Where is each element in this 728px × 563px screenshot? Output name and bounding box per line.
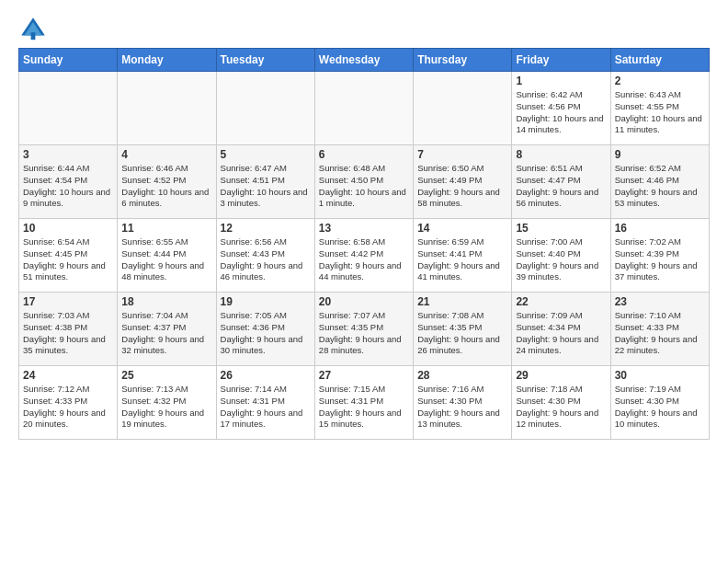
weekday-wednesday: Wednesday (314, 49, 413, 72)
calendar-cell: 12Sunrise: 6:56 AM Sunset: 4:43 PM Dayli… (216, 219, 314, 293)
day-number: 30 (615, 369, 705, 382)
day-info: Sunrise: 7:09 AM Sunset: 4:34 PM Dayligh… (516, 310, 606, 357)
week-row-5: 24Sunrise: 7:12 AM Sunset: 4:33 PM Dayli… (19, 366, 710, 440)
logo (18, 15, 51, 44)
weekday-saturday: Saturday (610, 49, 709, 72)
day-number: 15 (516, 222, 606, 235)
day-info: Sunrise: 6:43 AM Sunset: 4:55 PM Dayligh… (615, 89, 705, 136)
weekday-monday: Monday (118, 49, 216, 72)
day-info: Sunrise: 7:07 AM Sunset: 4:35 PM Dayligh… (319, 310, 409, 357)
day-number: 6 (319, 148, 409, 161)
day-number: 28 (417, 369, 507, 382)
day-info: Sunrise: 6:54 AM Sunset: 4:45 PM Dayligh… (23, 236, 113, 283)
day-number: 25 (121, 369, 211, 382)
page: SundayMondayTuesdayWednesdayThursdayFrid… (0, 0, 728, 449)
day-number: 17 (23, 295, 113, 308)
day-info: Sunrise: 7:05 AM Sunset: 4:36 PM Dayligh… (221, 310, 311, 357)
day-number: 13 (319, 222, 409, 235)
calendar-cell: 16Sunrise: 7:02 AM Sunset: 4:39 PM Dayli… (610, 219, 709, 293)
day-info: Sunrise: 6:48 AM Sunset: 4:50 PM Dayligh… (319, 163, 409, 210)
day-info: Sunrise: 7:10 AM Sunset: 4:33 PM Dayligh… (615, 310, 705, 357)
day-number: 10 (23, 222, 113, 235)
calendar-cell: 28Sunrise: 7:16 AM Sunset: 4:30 PM Dayli… (414, 366, 512, 440)
day-info: Sunrise: 6:59 AM Sunset: 4:41 PM Dayligh… (417, 236, 507, 283)
day-info: Sunrise: 7:14 AM Sunset: 4:31 PM Dayligh… (221, 384, 311, 431)
day-number: 19 (221, 295, 311, 308)
weekday-sunday: Sunday (19, 49, 118, 72)
week-row-4: 17Sunrise: 7:03 AM Sunset: 4:38 PM Dayli… (19, 293, 710, 366)
weekday-thursday: Thursday (414, 49, 512, 72)
calendar-cell: 9Sunrise: 6:52 AM Sunset: 4:46 PM Daylig… (610, 145, 709, 219)
header (18, 15, 710, 44)
day-number: 27 (319, 369, 409, 382)
calendar-cell: 3Sunrise: 6:44 AM Sunset: 4:54 PM Daylig… (19, 145, 118, 219)
week-row-2: 3Sunrise: 6:44 AM Sunset: 4:54 PM Daylig… (19, 145, 710, 219)
weekday-tuesday: Tuesday (216, 49, 314, 72)
calendar-cell: 11Sunrise: 6:55 AM Sunset: 4:44 PM Dayli… (118, 219, 216, 293)
day-info: Sunrise: 7:19 AM Sunset: 4:30 PM Dayligh… (615, 384, 705, 431)
day-info: Sunrise: 7:12 AM Sunset: 4:33 PM Dayligh… (23, 384, 113, 431)
day-info: Sunrise: 6:58 AM Sunset: 4:42 PM Dayligh… (319, 236, 409, 283)
week-row-3: 10Sunrise: 6:54 AM Sunset: 4:45 PM Dayli… (19, 219, 710, 293)
day-number: 23 (615, 295, 705, 308)
calendar-cell: 20Sunrise: 7:07 AM Sunset: 4:35 PM Dayli… (314, 293, 413, 366)
day-info: Sunrise: 7:18 AM Sunset: 4:30 PM Dayligh… (516, 384, 606, 431)
day-number: 7 (417, 148, 507, 161)
day-info: Sunrise: 6:47 AM Sunset: 4:51 PM Dayligh… (221, 163, 311, 210)
calendar-cell: 17Sunrise: 7:03 AM Sunset: 4:38 PM Dayli… (19, 293, 118, 366)
day-info: Sunrise: 6:52 AM Sunset: 4:46 PM Dayligh… (615, 163, 705, 210)
day-info: Sunrise: 6:56 AM Sunset: 4:43 PM Dayligh… (221, 236, 311, 283)
day-number: 12 (221, 222, 311, 235)
weekday-header-row: SundayMondayTuesdayWednesdayThursdayFrid… (19, 49, 710, 72)
day-number: 24 (23, 369, 113, 382)
day-number: 22 (516, 295, 606, 308)
day-number: 18 (121, 295, 211, 308)
calendar-cell (314, 72, 413, 145)
day-info: Sunrise: 7:13 AM Sunset: 4:32 PM Dayligh… (121, 384, 211, 431)
day-number: 5 (221, 148, 311, 161)
day-number: 1 (516, 75, 606, 87)
calendar-body: 1Sunrise: 6:42 AM Sunset: 4:56 PM Daylig… (19, 72, 710, 440)
calendar-cell: 13Sunrise: 6:58 AM Sunset: 4:42 PM Dayli… (314, 219, 413, 293)
calendar-cell: 30Sunrise: 7:19 AM Sunset: 4:30 PM Dayli… (610, 366, 709, 440)
day-number: 8 (516, 148, 606, 161)
day-info: Sunrise: 7:16 AM Sunset: 4:30 PM Dayligh… (417, 384, 507, 431)
day-number: 3 (23, 148, 113, 161)
calendar-cell: 29Sunrise: 7:18 AM Sunset: 4:30 PM Dayli… (512, 366, 610, 440)
day-info: Sunrise: 6:42 AM Sunset: 4:56 PM Dayligh… (516, 89, 606, 136)
calendar-cell (216, 72, 314, 145)
calendar-cell: 15Sunrise: 7:00 AM Sunset: 4:40 PM Dayli… (512, 219, 610, 293)
calendar-cell: 14Sunrise: 6:59 AM Sunset: 4:41 PM Dayli… (414, 219, 512, 293)
calendar-cell: 23Sunrise: 7:10 AM Sunset: 4:33 PM Dayli… (610, 293, 709, 366)
calendar-cell: 24Sunrise: 7:12 AM Sunset: 4:33 PM Dayli… (19, 366, 118, 440)
calendar-cell: 7Sunrise: 6:50 AM Sunset: 4:49 PM Daylig… (414, 145, 512, 219)
day-number: 4 (121, 148, 211, 161)
calendar-cell: 8Sunrise: 6:51 AM Sunset: 4:47 PM Daylig… (512, 145, 610, 219)
calendar-cell: 2Sunrise: 6:43 AM Sunset: 4:55 PM Daylig… (610, 72, 709, 145)
day-number: 16 (615, 222, 705, 235)
day-info: Sunrise: 7:02 AM Sunset: 4:39 PM Dayligh… (615, 236, 705, 283)
day-info: Sunrise: 7:00 AM Sunset: 4:40 PM Dayligh… (516, 236, 606, 283)
calendar-cell (118, 72, 216, 145)
svg-rect-2 (31, 32, 36, 40)
day-number: 2 (615, 75, 705, 87)
calendar-cell: 25Sunrise: 7:13 AM Sunset: 4:32 PM Dayli… (118, 366, 216, 440)
day-info: Sunrise: 7:03 AM Sunset: 4:38 PM Dayligh… (23, 310, 113, 357)
day-info: Sunrise: 7:04 AM Sunset: 4:37 PM Dayligh… (121, 310, 211, 357)
day-number: 29 (516, 369, 606, 382)
calendar-cell: 21Sunrise: 7:08 AM Sunset: 4:35 PM Dayli… (414, 293, 512, 366)
calendar-cell: 27Sunrise: 7:15 AM Sunset: 4:31 PM Dayli… (314, 366, 413, 440)
day-info: Sunrise: 7:08 AM Sunset: 4:35 PM Dayligh… (417, 310, 507, 357)
day-info: Sunrise: 6:55 AM Sunset: 4:44 PM Dayligh… (121, 236, 211, 283)
calendar-cell: 22Sunrise: 7:09 AM Sunset: 4:34 PM Dayli… (512, 293, 610, 366)
calendar-cell: 4Sunrise: 6:46 AM Sunset: 4:52 PM Daylig… (118, 145, 216, 219)
day-info: Sunrise: 7:15 AM Sunset: 4:31 PM Dayligh… (319, 384, 409, 431)
day-number: 20 (319, 295, 409, 308)
calendar-cell: 5Sunrise: 6:47 AM Sunset: 4:51 PM Daylig… (216, 145, 314, 219)
day-info: Sunrise: 6:51 AM Sunset: 4:47 PM Dayligh… (516, 163, 606, 210)
calendar-cell: 19Sunrise: 7:05 AM Sunset: 4:36 PM Dayli… (216, 293, 314, 366)
calendar-header: SundayMondayTuesdayWednesdayThursdayFrid… (19, 49, 710, 72)
day-number: 11 (121, 222, 211, 235)
day-number: 9 (615, 148, 705, 161)
calendar-cell: 18Sunrise: 7:04 AM Sunset: 4:37 PM Dayli… (118, 293, 216, 366)
